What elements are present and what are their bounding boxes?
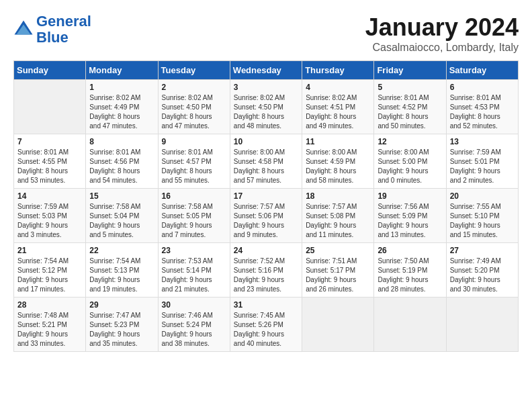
weekday-header-sunday: Sunday: [14, 61, 86, 80]
calendar-cell: 24Sunrise: 7:52 AM Sunset: 5:16 PM Dayli…: [230, 243, 302, 298]
location-title: Casalmaiocco, Lombardy, Italy: [365, 42, 519, 54]
day-number: 13: [450, 137, 515, 146]
day-number: 20: [450, 191, 515, 201]
day-info: Sunrise: 8:01 AM Sunset: 4:55 PM Dayligh…: [17, 148, 82, 185]
day-info: Sunrise: 7:56 AM Sunset: 5:09 PM Dayligh…: [378, 202, 442, 240]
calendar-cell: 28Sunrise: 7:48 AM Sunset: 5:21 PM Dayli…: [14, 298, 86, 352]
calendar-cell: 11Sunrise: 8:00 AM Sunset: 4:59 PM Dayli…: [302, 134, 374, 189]
calendar-cell: [446, 298, 518, 352]
day-info: Sunrise: 7:59 AM Sunset: 5:01 PM Dayligh…: [450, 148, 515, 185]
day-number: 28: [17, 300, 82, 310]
calendar-cell: 29Sunrise: 7:47 AM Sunset: 5:23 PM Dayli…: [86, 298, 158, 352]
calendar-cell: 3Sunrise: 8:02 AM Sunset: 4:50 PM Daylig…: [230, 80, 302, 134]
day-number: 19: [378, 191, 442, 201]
day-number: 26: [378, 246, 442, 255]
calendar-cell: 1Sunrise: 8:02 AM Sunset: 4:49 PM Daylig…: [86, 80, 158, 134]
calendar-cell: 19Sunrise: 7:56 AM Sunset: 5:09 PM Dayli…: [374, 189, 446, 243]
day-info: Sunrise: 7:51 AM Sunset: 5:17 PM Dayligh…: [306, 257, 370, 294]
calendar-week-5: 28Sunrise: 7:48 AM Sunset: 5:21 PM Dayli…: [14, 298, 519, 352]
day-number: 10: [234, 137, 298, 146]
day-number: 31: [234, 300, 298, 310]
calendar-cell: 18Sunrise: 7:57 AM Sunset: 5:08 PM Dayli…: [302, 189, 374, 243]
day-info: Sunrise: 8:00 AM Sunset: 4:58 PM Dayligh…: [234, 148, 298, 185]
weekday-header-friday: Friday: [374, 61, 446, 80]
day-number: 21: [17, 246, 82, 255]
calendar-cell: 6Sunrise: 8:01 AM Sunset: 4:53 PM Daylig…: [446, 80, 518, 134]
calendar-cell: 30Sunrise: 7:46 AM Sunset: 5:24 PM Dayli…: [158, 298, 230, 352]
calendar-cell: 22Sunrise: 7:54 AM Sunset: 5:13 PM Dayli…: [86, 243, 158, 298]
day-number: 2: [162, 83, 226, 92]
day-info: Sunrise: 8:01 AM Sunset: 4:57 PM Dayligh…: [162, 148, 226, 185]
logo-icon: [13, 19, 34, 40]
calendar-cell: [14, 80, 86, 134]
day-info: Sunrise: 8:02 AM Sunset: 4:50 PM Dayligh…: [234, 93, 298, 131]
calendar-cell: 25Sunrise: 7:51 AM Sunset: 5:17 PM Dayli…: [302, 243, 374, 298]
day-info: Sunrise: 8:02 AM Sunset: 4:49 PM Dayligh…: [89, 93, 154, 131]
day-info: Sunrise: 8:02 AM Sunset: 4:51 PM Dayligh…: [306, 93, 370, 131]
day-info: Sunrise: 8:02 AM Sunset: 4:50 PM Dayligh…: [162, 93, 226, 131]
calendar-cell: 10Sunrise: 8:00 AM Sunset: 4:58 PM Dayli…: [230, 134, 302, 189]
day-info: Sunrise: 7:52 AM Sunset: 5:16 PM Dayligh…: [234, 257, 298, 294]
day-number: 4: [306, 83, 370, 92]
weekday-header-saturday: Saturday: [446, 61, 518, 80]
day-info: Sunrise: 7:48 AM Sunset: 5:21 PM Dayligh…: [17, 311, 82, 349]
calendar-cell: 23Sunrise: 7:53 AM Sunset: 5:14 PM Dayli…: [158, 243, 230, 298]
day-number: 23: [162, 246, 226, 255]
calendar-cell: 16Sunrise: 7:58 AM Sunset: 5:05 PM Dayli…: [158, 189, 230, 243]
day-number: 29: [89, 300, 154, 310]
weekday-header-wednesday: Wednesday: [230, 61, 302, 80]
calendar-cell: 13Sunrise: 7:59 AM Sunset: 5:01 PM Dayli…: [446, 134, 518, 189]
calendar-cell: [374, 298, 446, 352]
day-info: Sunrise: 8:00 AM Sunset: 4:59 PM Dayligh…: [306, 148, 370, 185]
calendar-cell: 15Sunrise: 7:58 AM Sunset: 5:04 PM Dayli…: [86, 189, 158, 243]
weekday-header-thursday: Thursday: [302, 61, 374, 80]
day-number: 15: [89, 191, 154, 201]
day-number: 8: [89, 137, 154, 146]
calendar-cell: 27Sunrise: 7:49 AM Sunset: 5:20 PM Dayli…: [446, 243, 518, 298]
day-info: Sunrise: 7:54 AM Sunset: 5:13 PM Dayligh…: [89, 257, 154, 294]
calendar-week-2: 7Sunrise: 8:01 AM Sunset: 4:55 PM Daylig…: [14, 134, 519, 189]
calendar-cell: 7Sunrise: 8:01 AM Sunset: 4:55 PM Daylig…: [14, 134, 86, 189]
calendar-week-4: 21Sunrise: 7:54 AM Sunset: 5:12 PM Dayli…: [14, 243, 519, 298]
calendar-cell: [302, 298, 374, 352]
logo: General Blue: [13, 13, 91, 46]
calendar-cell: 17Sunrise: 7:57 AM Sunset: 5:06 PM Dayli…: [230, 189, 302, 243]
day-number: 3: [234, 83, 298, 92]
day-number: 22: [89, 246, 154, 255]
calendar-table: SundayMondayTuesdayWednesdayThursdayFrid…: [13, 60, 519, 352]
day-info: Sunrise: 7:57 AM Sunset: 5:06 PM Dayligh…: [234, 202, 298, 240]
page-header: General Blue January 2024 Casalmaiocco, …: [13, 13, 519, 54]
day-number: 12: [378, 137, 442, 146]
calendar-cell: 5Sunrise: 8:01 AM Sunset: 4:52 PM Daylig…: [374, 80, 446, 134]
weekday-header-monday: Monday: [86, 61, 158, 80]
calendar-cell: 2Sunrise: 8:02 AM Sunset: 4:50 PM Daylig…: [158, 80, 230, 134]
day-info: Sunrise: 8:01 AM Sunset: 4:52 PM Dayligh…: [378, 93, 442, 131]
calendar-cell: 21Sunrise: 7:54 AM Sunset: 5:12 PM Dayli…: [14, 243, 86, 298]
day-info: Sunrise: 7:57 AM Sunset: 5:08 PM Dayligh…: [306, 202, 370, 240]
calendar-cell: 8Sunrise: 8:01 AM Sunset: 4:56 PM Daylig…: [86, 134, 158, 189]
day-info: Sunrise: 7:46 AM Sunset: 5:24 PM Dayligh…: [162, 311, 226, 349]
day-info: Sunrise: 7:47 AM Sunset: 5:23 PM Dayligh…: [89, 311, 154, 349]
day-info: Sunrise: 7:53 AM Sunset: 5:14 PM Dayligh…: [162, 257, 226, 294]
day-number: 5: [378, 83, 442, 92]
day-info: Sunrise: 7:50 AM Sunset: 5:19 PM Dayligh…: [378, 257, 442, 294]
calendar-week-3: 14Sunrise: 7:59 AM Sunset: 5:03 PM Dayli…: [14, 189, 519, 243]
day-number: 30: [162, 300, 226, 310]
day-info: Sunrise: 7:54 AM Sunset: 5:12 PM Dayligh…: [17, 257, 82, 294]
day-number: 24: [234, 246, 298, 255]
weekday-header-tuesday: Tuesday: [158, 61, 230, 80]
day-number: 25: [306, 246, 370, 255]
calendar-cell: 12Sunrise: 8:00 AM Sunset: 5:00 PM Dayli…: [374, 134, 446, 189]
day-info: Sunrise: 7:59 AM Sunset: 5:03 PM Dayligh…: [17, 202, 82, 240]
calendar-week-1: 1Sunrise: 8:02 AM Sunset: 4:49 PM Daylig…: [14, 80, 519, 134]
weekday-header-row: SundayMondayTuesdayWednesdayThursdayFrid…: [14, 61, 519, 80]
day-number: 6: [450, 83, 515, 92]
calendar-cell: 26Sunrise: 7:50 AM Sunset: 5:19 PM Dayli…: [374, 243, 446, 298]
title-block: January 2024 Casalmaiocco, Lombardy, Ita…: [365, 13, 519, 54]
day-number: 16: [162, 191, 226, 201]
day-info: Sunrise: 7:58 AM Sunset: 5:05 PM Dayligh…: [162, 202, 226, 240]
calendar-cell: 4Sunrise: 8:02 AM Sunset: 4:51 PM Daylig…: [302, 80, 374, 134]
day-number: 11: [306, 137, 370, 146]
day-number: 14: [17, 191, 82, 201]
logo-text: General Blue: [36, 13, 91, 46]
